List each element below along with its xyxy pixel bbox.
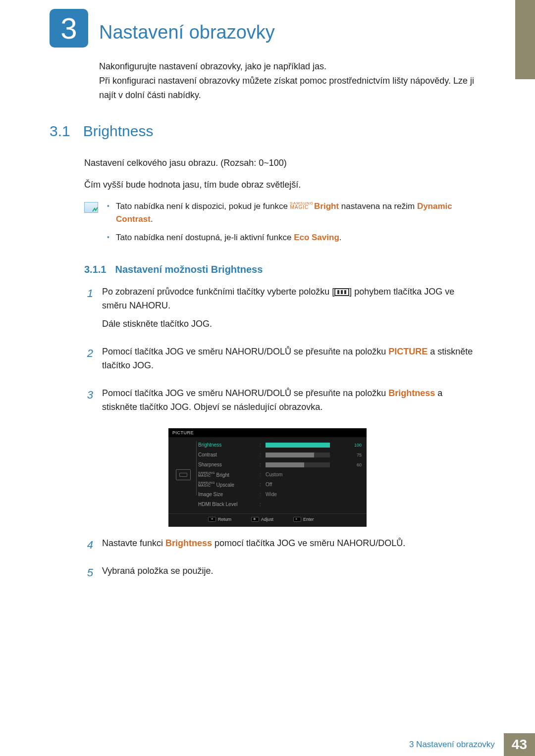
step-2: 2 Pomocí tlačítka JOG ve směru NAHORU/DO… <box>84 345 476 378</box>
picture-label: PICTURE <box>388 347 428 356</box>
step-text: Vybraná položka se použije. <box>102 564 476 578</box>
step-text: Po zobrazení průvodce funkčními tlačítky… <box>102 285 476 313</box>
bright-label: Bright <box>314 202 339 211</box>
osd-row: SAMSUNGMAGIC Upscale:Off <box>198 480 362 490</box>
samsung-magic-label: SAMSUNGMAGIC <box>290 202 314 209</box>
footer-page-number: 43 <box>504 733 535 756</box>
step-text: Nastavte funkci Brightness pomocí tlačít… <box>102 537 476 551</box>
section-body: Nastavení celkového jasu obrazu. (Rozsah… <box>84 156 476 192</box>
subsection-header: 3.1.1 Nastavení možnosti Brightness <box>84 264 535 275</box>
osd-row-label: SAMSUNGMAGIC Upscale <box>198 482 258 488</box>
osd-row-value: Custom <box>266 472 346 477</box>
osd-row: Contrast:75 <box>198 450 362 460</box>
adjust-key-icon <box>251 517 259 522</box>
osd-row-value <box>266 453 346 457</box>
osd-menu: PICTURE Brightness:100Contrast:75Sharpne… <box>168 428 367 527</box>
osd-row-number: 60 <box>348 462 362 467</box>
body-paragraph: Nastavení celkového jasu obrazu. (Rozsah… <box>84 156 476 170</box>
chapter-number-badge: 3 <box>50 9 88 48</box>
steps-list-continued: 4 Nastavte funkci Brightness pomocí tlač… <box>84 537 476 583</box>
note-block: Tato nabídka není k dispozici, pokud je … <box>84 200 476 250</box>
osd-row-label: Image Size <box>198 492 258 497</box>
body-paragraph: Čím vyšší bude hodnota jasu, tím bude ob… <box>84 178 476 192</box>
section-title: Brightness <box>83 123 154 140</box>
osd-tree-line <box>196 441 202 496</box>
osd-row-label: HDMI Black Level <box>198 502 258 507</box>
osd-colon: : <box>260 482 264 487</box>
step-number: 5 <box>84 564 93 583</box>
note-text: Tato nabídka není dostupná, je-li aktivn… <box>116 233 294 242</box>
osd-row: HDMI Black Level: <box>198 500 362 509</box>
osd-category-icon-col <box>173 440 193 509</box>
return-key-icon <box>208 517 216 522</box>
enter-key-icon <box>293 517 301 522</box>
osd-footer: Return Adjust Enter <box>168 514 367 525</box>
osd-rows: Brightness:100Contrast:75Sharpness:60SAM… <box>198 440 362 509</box>
step-number: 3 <box>84 387 93 419</box>
page: 3 Nastavení obrazovky Nakonfigurujte nas… <box>0 0 535 756</box>
osd-row-number: 75 <box>348 453 362 457</box>
osd-row-value: Wide <box>266 492 346 497</box>
step-number: 2 <box>84 345 93 378</box>
subsection-number: 3.1.1 <box>84 264 106 275</box>
osd-enter-hint: Enter <box>293 517 314 522</box>
brightness-label: Brightness <box>388 388 435 398</box>
page-footer: 3 Nastavení obrazovky 43 <box>400 733 535 756</box>
steps-list: 1 Po zobrazení průvodce funkčními tlačít… <box>84 285 476 419</box>
osd-row: Image Size:Wide <box>198 490 362 500</box>
step-text: Pomocí tlačítka JOG ve směru NAHORU/DOLŮ… <box>102 387 476 414</box>
osd-adjust-hint: Adjust <box>251 517 273 522</box>
step-number: 4 <box>84 537 93 555</box>
osd-row-value <box>266 443 346 448</box>
osd-row-label: SAMSUNGMAGIC Bright <box>198 472 258 478</box>
osd-row-label: Sharpness <box>198 462 258 467</box>
osd-colon: : <box>260 472 264 477</box>
osd-colon: : <box>260 502 264 507</box>
intro-paragraph: Při konfiguraci nastavení obrazovky může… <box>99 74 476 102</box>
osd-colon: : <box>260 462 264 467</box>
note-item: Tato nabídka není k dispozici, pokud je … <box>107 200 476 225</box>
osd-row: SAMSUNGMAGIC Bright:Custom <box>198 470 362 480</box>
osd-title: PICTURE <box>168 428 367 437</box>
section-number: 3.1 <box>50 123 70 140</box>
side-tab <box>515 0 535 79</box>
subsection-title: Nastavení možnosti Brightness <box>115 264 263 275</box>
chapter-title: Nastavení obrazovky <box>99 22 275 43</box>
osd-row-number: 100 <box>348 443 362 448</box>
intro-paragraph: Nakonfigurujte nastavení obrazovky, jako… <box>99 59 476 74</box>
osd-colon: : <box>260 442 264 448</box>
step-1: 1 Po zobrazení průvodce funkčními tlačít… <box>84 285 476 337</box>
note-text: nastavena na režim <box>341 202 417 211</box>
note-text: . <box>151 214 153 224</box>
note-icon <box>84 202 98 213</box>
osd-row-value <box>266 462 346 467</box>
note-text: . <box>339 233 342 242</box>
menu-icon <box>334 288 349 296</box>
osd-row: Sharpness:60 <box>198 460 362 470</box>
osd-row-label: Brightness <box>198 442 258 448</box>
osd-return-hint: Return <box>208 517 231 522</box>
section-header: 3.1 Brightness <box>50 123 535 140</box>
osd-row: Brightness:100 <box>198 440 362 450</box>
brightness-label: Brightness <box>165 538 212 548</box>
eco-saving-label: Eco Saving <box>294 233 339 242</box>
picture-category-icon <box>176 469 191 480</box>
step-text: Pomocí tlačítka JOG ve směru NAHORU/DOLŮ… <box>102 345 476 373</box>
step-4: 4 Nastavte funkci Brightness pomocí tlač… <box>84 537 476 555</box>
osd-colon: : <box>260 492 264 497</box>
osd-screenshot-wrap: PICTURE Brightness:100Contrast:75Sharpne… <box>0 428 535 527</box>
step-3: 3 Pomocí tlačítka JOG ve směru NAHORU/DO… <box>84 387 476 419</box>
note-text: Tato nabídka není k dispozici, pokud je … <box>116 202 290 211</box>
osd-row-value: Off <box>266 482 346 487</box>
step-text: Dále stiskněte tlačítko JOG. <box>102 317 476 331</box>
osd-row-label: Contrast <box>198 452 258 457</box>
note-item: Tato nabídka není dostupná, je-li aktivn… <box>107 231 476 244</box>
osd-colon: : <box>260 452 264 457</box>
intro-text: Nakonfigurujte nastavení obrazovky, jako… <box>99 59 476 102</box>
step-number: 1 <box>84 285 93 337</box>
note-list: Tato nabídka není k dispozici, pokud je … <box>107 200 476 250</box>
footer-chapter-text: 3 Nastavení obrazovky <box>400 733 504 756</box>
chapter-header: 3 Nastavení obrazovky <box>0 0 535 48</box>
step-5: 5 Vybraná položka se použije. <box>84 564 476 583</box>
